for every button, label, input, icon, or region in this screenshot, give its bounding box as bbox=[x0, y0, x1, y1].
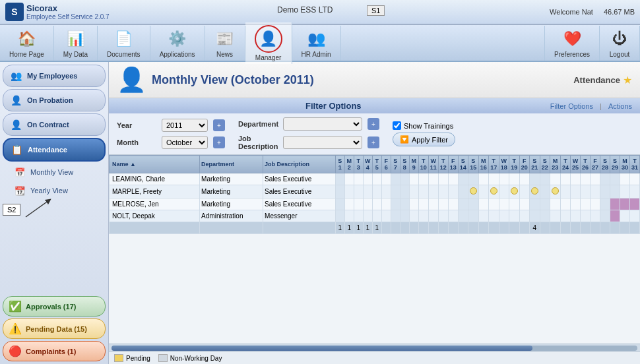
attendance-table-container[interactable]: Name ▲ Department Job Description S1 M2 … bbox=[109, 155, 640, 344]
total-day-18 bbox=[499, 222, 509, 234]
cell-day-28 bbox=[600, 173, 610, 185]
cell-day-28 bbox=[600, 198, 610, 210]
nav-manager-label: Manager bbox=[255, 54, 281, 61]
col-day-1: S1 bbox=[335, 156, 344, 173]
complaints-label: Complaints (1) bbox=[26, 348, 76, 355]
cell-day-18 bbox=[499, 198, 509, 210]
sidebar-item-attendance[interactable]: 📋 Attendance bbox=[3, 138, 106, 162]
scrollbar-thumb[interactable] bbox=[112, 346, 532, 351]
cell-day-26 bbox=[580, 173, 590, 185]
app-subtitle: Employee Self Service 2.0.7 bbox=[26, 13, 110, 20]
cell-day-2 bbox=[344, 210, 354, 222]
content-area: 👤 Monthly View (October 2011) Attendance… bbox=[109, 62, 640, 364]
cell-day-14 bbox=[458, 198, 468, 210]
horizontal-scrollbar[interactable] bbox=[109, 344, 640, 351]
cell-day-31 bbox=[629, 173, 639, 185]
s2-annotation-area: S2 bbox=[3, 204, 106, 216]
cell-day-13 bbox=[448, 185, 458, 198]
nav-news-label: News bbox=[216, 51, 233, 58]
cell-day-4 bbox=[363, 210, 372, 222]
nav-logout[interactable]: Logout bbox=[600, 26, 640, 61]
total-day-16 bbox=[478, 222, 488, 234]
col-day-3: T3 bbox=[354, 156, 363, 173]
nav-hradmin-label: HR Admin bbox=[302, 51, 331, 58]
cell-name: NOLT, Deepak bbox=[110, 210, 200, 222]
nav-preferences[interactable]: Preferences bbox=[544, 26, 600, 61]
col-day-13: F13 bbox=[448, 156, 458, 173]
hradmin-icon bbox=[305, 28, 327, 49]
dept-select[interactable] bbox=[283, 117, 362, 131]
cell-day-1 bbox=[335, 198, 344, 210]
col-day-19: T19 bbox=[509, 156, 519, 173]
sidebar-item-my-employees[interactable]: 👥 My Employees bbox=[3, 65, 106, 87]
month-filter-icon[interactable]: + bbox=[213, 136, 225, 148]
sidebar-complaints-btn[interactable]: 🔴 Complaints (1) bbox=[3, 341, 106, 361]
cell-day-18 bbox=[499, 185, 509, 198]
job-filter-icon[interactable]: + bbox=[368, 136, 379, 148]
nav-hradmin[interactable]: HR Admin bbox=[292, 26, 341, 61]
total-day-14 bbox=[458, 222, 468, 234]
cell-day-1 bbox=[335, 210, 344, 222]
cell-day-3 bbox=[354, 185, 363, 198]
nav-documents[interactable]: Documents bbox=[98, 26, 150, 61]
pending-icon: ⚠️ bbox=[9, 322, 22, 335]
welcome-text: Welcome Nat bbox=[550, 8, 593, 16]
nav-news[interactable]: News bbox=[205, 26, 245, 61]
total-day-11 bbox=[428, 222, 438, 234]
filter-header: Filter Options Filter Options | Actions bbox=[109, 98, 640, 113]
cell-day-2 bbox=[344, 198, 354, 210]
demo-label: Demo ESS LTD bbox=[277, 5, 333, 15]
cell-day-6 bbox=[381, 198, 391, 210]
s2-arrow bbox=[22, 197, 62, 224]
total-day-26 bbox=[580, 222, 590, 234]
attendance-table: Name ▲ Department Job Description S1 M2 … bbox=[109, 155, 640, 234]
circle-marker bbox=[511, 187, 518, 195]
cell-day-2 bbox=[344, 185, 354, 198]
navbar: Home Page My Data Documents Applications… bbox=[0, 25, 640, 62]
page-title: Monthly View (October 2011) bbox=[152, 73, 314, 87]
dept-filter-icon[interactable]: + bbox=[368, 118, 379, 130]
nav-manager[interactable]: Manager bbox=[245, 22, 292, 64]
col-name: Name ▲ bbox=[110, 156, 200, 173]
app-title-block: Sicorax Employee Self Service 2.0.7 bbox=[26, 3, 110, 21]
actions-link[interactable]: Actions bbox=[608, 102, 632, 110]
s1-label: S1 bbox=[367, 5, 385, 16]
year-filter-icon[interactable]: + bbox=[213, 119, 225, 131]
monthly-icon: 📅 bbox=[13, 166, 26, 179]
sidebar-approvals-btn[interactable]: ✅ Approvals (17) bbox=[3, 296, 106, 317]
cell-day-17 bbox=[488, 210, 499, 222]
filter-middle: Department + Job Description + bbox=[238, 117, 379, 150]
cell-day-23 bbox=[550, 173, 560, 185]
filter-options-link[interactable]: Filter Options bbox=[550, 102, 593, 110]
sidebar-item-on-contract[interactable]: 👤 On Contract bbox=[3, 113, 106, 136]
cell-dept: Administration bbox=[200, 210, 263, 222]
nav-applications[interactable]: Applications bbox=[150, 26, 205, 61]
cell-day-23 bbox=[550, 185, 560, 198]
cell-day-22 bbox=[540, 210, 550, 222]
col-day-30: M30 bbox=[620, 156, 629, 173]
sidebar-pending-btn[interactable]: ⚠️ Pending Data (15) bbox=[3, 318, 106, 339]
nav-home[interactable]: Home Page bbox=[0, 26, 54, 61]
cell-day-29 bbox=[610, 173, 620, 185]
total-day-22 bbox=[540, 222, 550, 234]
col-day-26: T26 bbox=[580, 156, 590, 173]
cell-day-21 bbox=[529, 210, 540, 222]
sidebar-monthly-view[interactable]: 📅 Monthly View bbox=[9, 164, 106, 181]
nav-mydata[interactable]: My Data bbox=[54, 26, 98, 61]
total-day-15 bbox=[468, 222, 478, 234]
filter-links: Filter Options | Actions bbox=[550, 102, 632, 110]
yearly-icon: 📆 bbox=[13, 184, 26, 197]
year-select[interactable]: 2011 bbox=[162, 119, 208, 132]
scrollbar-track[interactable] bbox=[112, 346, 637, 351]
total-day-12 bbox=[438, 222, 448, 234]
apply-filter-button[interactable]: 🔽 Apply Filter bbox=[393, 133, 455, 146]
sidebar-item-on-probation[interactable]: 👤 On Probation bbox=[3, 89, 106, 111]
col-day-29: S29 bbox=[610, 156, 620, 173]
job-select[interactable] bbox=[283, 136, 362, 149]
col-day-4: W4 bbox=[363, 156, 372, 173]
total-day-19 bbox=[509, 222, 519, 234]
star-icon: ★ bbox=[623, 74, 632, 86]
month-select[interactable]: October bbox=[162, 136, 208, 149]
show-trainings-checkbox[interactable] bbox=[393, 121, 401, 130]
cell-day-9 bbox=[409, 173, 418, 185]
